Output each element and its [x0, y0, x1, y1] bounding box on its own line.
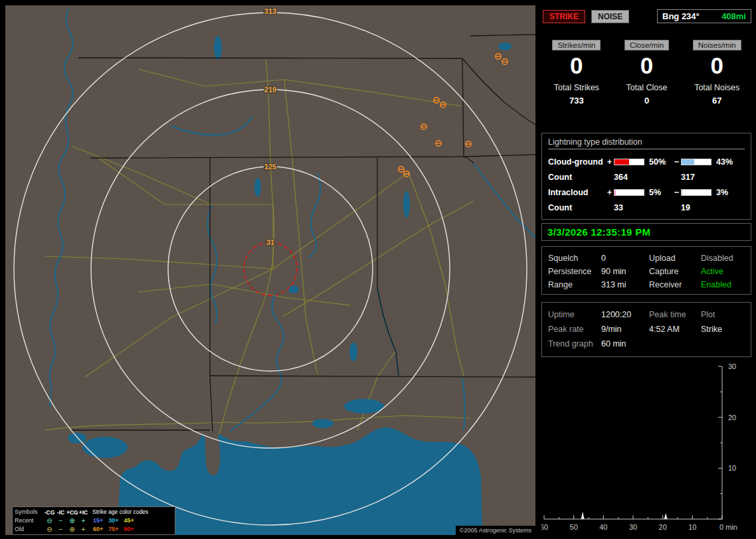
age-75: 75+ — [108, 525, 118, 534]
upload-value: Disabled — [701, 254, 745, 263]
svg-text:20: 20 — [659, 523, 667, 531]
svg-text:10: 10 — [688, 523, 696, 531]
cloud-ground-count-row: Count 364 317 — [548, 169, 745, 185]
ring-label-219: 219 — [264, 86, 276, 94]
range-label: Range — [548, 280, 601, 289]
ic-minus-pct: 3% — [713, 188, 733, 197]
lightning-distribution-panel: Lightning type distribution Cloud-ground… — [541, 133, 751, 220]
cg-minus-pct: 43% — [713, 157, 733, 167]
datetime-display: 3/3/2026 12:35:19 PM — [547, 226, 650, 238]
trend-spike — [581, 512, 585, 520]
peak-time-label: Peak time — [649, 310, 701, 319]
age-codes-title: Strike age color codes — [89, 508, 173, 516]
noises-column: Noises/min 0 Total Noises 67 — [682, 40, 752, 106]
old-pos-cg-icon: ⊕ — [66, 526, 78, 534]
bearing-label: Bng 234° — [662, 11, 700, 21]
ring-label-125: 125 — [264, 163, 276, 171]
close-per-min-label: Close/min — [624, 40, 669, 50]
squelch-label: Squelch — [548, 254, 601, 263]
app-window: 313 219 125 31 Symbols -CG -IC +CG +IC S… — [0, 0, 756, 539]
age-45: 45+ — [124, 516, 134, 525]
cg-minus-bar — [681, 159, 711, 165]
capture-value: Active — [701, 267, 745, 276]
ic-plus-pct: 5% — [646, 188, 672, 197]
svg-text:30: 30 — [728, 362, 736, 370]
age-60: 60+ — [93, 525, 103, 534]
status-row: Persistence 90 min Capture Active — [548, 265, 745, 278]
peak-rate-value: 9/min — [601, 325, 649, 334]
peak-rate-label: Peak rate — [548, 325, 601, 334]
legend-old-row: Old ⊖ − ⊕ + 60+ 75+ 90+ — [15, 525, 173, 534]
total-noises-value: 67 — [712, 96, 721, 106]
cg-plus-pct: 50% — [646, 157, 672, 167]
svg-text:40: 40 — [599, 523, 607, 531]
plot-label: Plot — [701, 310, 745, 319]
legend-col-neg-cg: -CG — [44, 508, 55, 516]
minus-sign: − — [672, 157, 681, 167]
count-label: Count — [548, 203, 605, 212]
session-row: Uptime 1200:20 Peak time Plot — [548, 307, 745, 322]
close-per-min-value: 0 — [640, 52, 653, 79]
receiver-label: Receiver — [649, 280, 701, 289]
ring-label-31: 31 — [266, 238, 274, 246]
sidebar: STRIKE NOISE Bng 234° 408mi Strikes/min … — [541, 5, 752, 535]
status-panel: Squelch 0 Upload Disabled Persistence 90… — [541, 246, 751, 295]
ring-label-313: 313 — [264, 7, 276, 15]
rate-stats: Strikes/min 0 Total Strikes 733 Close/mi… — [541, 40, 752, 106]
svg-text:0 min: 0 min — [719, 523, 737, 531]
trend-graph-value: 60 min — [601, 339, 649, 348]
intracloud-label: Intracloud — [548, 188, 605, 197]
strikes-per-min-label: Strikes/min — [552, 40, 601, 50]
legend-col-pos-ic: +IC — [78, 508, 89, 516]
strikes-column: Strikes/min 0 Total Strikes 733 — [541, 40, 612, 106]
strike-mode-button[interactable]: STRIKE — [543, 10, 585, 23]
session-panel: Uptime 1200:20 Peak time Plot Peak rate … — [541, 302, 751, 357]
recent-label: Recent — [15, 516, 44, 525]
total-strikes-value: 733 — [569, 96, 584, 106]
upload-label: Upload — [649, 254, 701, 263]
old-pos-ic-icon: + — [78, 526, 89, 534]
trend-graph: 3020106050403020100 min — [541, 361, 752, 538]
ic-plus-count: 33 — [614, 203, 646, 212]
capture-label: Capture — [649, 267, 701, 276]
strike-map[interactable]: 313 219 125 31 Symbols -CG -IC +CG +IC S… — [5, 5, 535, 535]
recent-age-codes: 15+ 30+ 45+ — [89, 516, 173, 525]
uptime-label: Uptime — [548, 310, 601, 319]
bearing-distance: 408mi — [721, 11, 746, 21]
legend-header-row: Symbols -CG -IC +CG +IC Strike age color… — [15, 508, 173, 516]
close-column: Close/min 0 Total Close 0 — [612, 40, 682, 106]
svg-text:20: 20 — [728, 414, 736, 422]
minus-sign: − — [672, 187, 681, 197]
intracloud-count-row: Count 33 19 — [548, 200, 745, 215]
legend-col-pos-cg: +CG — [66, 508, 78, 516]
recent-neg-cg-icon: ⊖ — [44, 517, 55, 525]
legend-col-neg-ic: -IC — [55, 508, 66, 516]
trend-spike — [664, 513, 668, 519]
uptime-value: 1200:20 — [601, 310, 649, 319]
bearing-display: Bng 234° 408mi — [657, 9, 751, 23]
persistence-label: Persistence — [548, 267, 601, 276]
ic-minus-bar — [681, 189, 711, 196]
old-age-codes: 60+ 75+ 90+ — [89, 525, 173, 534]
noises-per-min-label: Noises/min — [693, 40, 741, 50]
map-canvas[interactable]: 313 219 125 31 — [5, 5, 535, 535]
noises-per-min-value: 0 — [710, 52, 723, 79]
total-close-label: Total Close — [626, 83, 668, 92]
svg-text:50: 50 — [570, 523, 578, 531]
recent-neg-ic-icon: − — [55, 517, 66, 525]
noise-mode-button[interactable]: NOISE — [591, 10, 629, 23]
strikes-per-min-value: 0 — [570, 52, 583, 79]
status-row: Squelch 0 Upload Disabled — [548, 252, 745, 265]
persistence-value: 90 min — [601, 267, 649, 276]
mode-toolbar: STRIKE NOISE Bng 234° 408mi — [543, 9, 751, 23]
cloud-ground-label: Cloud-ground — [548, 157, 605, 167]
range-value: 313 mi — [601, 280, 649, 289]
distribution-title: Lightning type distribution — [548, 137, 745, 149]
old-neg-cg-icon: ⊖ — [44, 526, 55, 534]
cg-plus-count: 364 — [614, 173, 646, 182]
cloud-ground-row: Cloud-ground + 50% − 43% — [548, 154, 745, 169]
ic-plus-bar — [614, 189, 644, 196]
svg-text:30: 30 — [629, 523, 637, 531]
copyright-text: ©2005 Astrogenic Systems — [456, 526, 535, 535]
recent-pos-cg-icon: ⊕ — [66, 517, 78, 525]
